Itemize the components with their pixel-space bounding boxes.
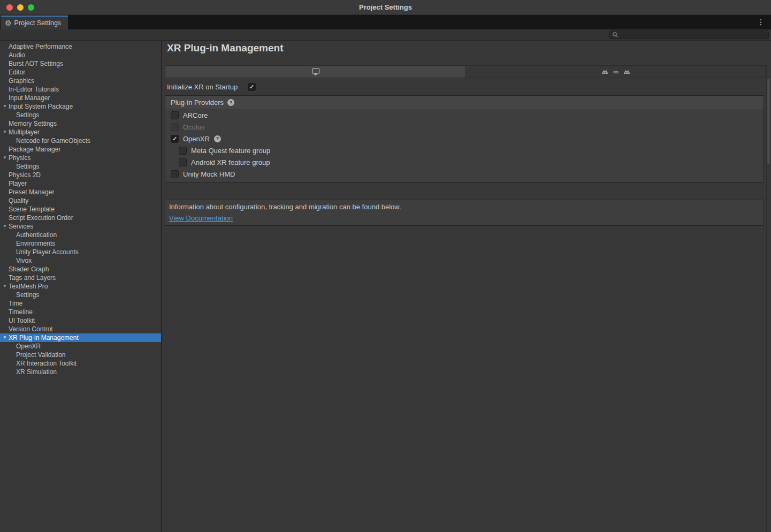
sidebar-item-input-system-package[interactable]: ▼Input System Package [0, 102, 161, 111]
help-icon[interactable]: ? [227, 99, 234, 106]
sidebar-item-multiplayer[interactable]: ▼Multiplayer [0, 128, 161, 136]
provider-checkbox[interactable] [179, 158, 187, 166]
plugin-providers-label: Plug-in Providers [171, 98, 224, 107]
foldout-triangle-icon[interactable]: ▼ [2, 154, 8, 162]
sidebar-item-shader-graph[interactable]: Shader Graph [0, 265, 161, 273]
provider-row-meta-quest-feature-group: Meta Quest feature group [165, 145, 764, 156]
initialize-xr-checkbox[interactable]: ✓ [248, 83, 256, 91]
initialize-xr-label: Initialize XR on Startup [167, 83, 248, 91]
sidebar-item-label: XR Simulation [16, 368, 57, 376]
help-icon[interactable]: ? [214, 135, 221, 142]
provider-label: OpenXR [183, 135, 210, 143]
sidebar-item-environments[interactable]: Environments [0, 239, 161, 248]
sidebar-item-in-editor-tutorials[interactable]: In-Editor Tutorials [0, 85, 161, 94]
settings-sidebar: Adaptive PerformanceAudioBurst AOT Setti… [0, 41, 162, 532]
foldout-triangle-icon[interactable]: ▼ [2, 333, 8, 342]
sidebar-item-openxr[interactable]: OpenXR [0, 342, 161, 351]
sidebar-item-label: Quality [9, 196, 28, 205]
sidebar-item-services[interactable]: ▼Services [0, 222, 161, 231]
provider-checkbox[interactable] [171, 170, 179, 178]
view-documentation-link[interactable]: View Documentation [169, 214, 233, 222]
sidebar-item-label: Settings [16, 291, 39, 299]
sidebar-item-authentication[interactable]: Authentication [0, 231, 161, 239]
sidebar-item-player[interactable]: Player [0, 179, 161, 188]
scrollbar-thumb[interactable] [767, 79, 770, 164]
provider-checkbox[interactable]: ✓ [171, 135, 179, 143]
provider-row-arcore: ARCore [165, 109, 764, 121]
sidebar-item-label: Burst AOT Settings [9, 59, 63, 68]
sidebar-item-ui-toolkit[interactable]: UI Toolkit [0, 316, 161, 325]
sidebar-item-xr-interaction-toolkit[interactable]: XR Interaction Toolkit [0, 359, 161, 368]
sidebar-item-tags-and-layers[interactable]: Tags and Layers [0, 273, 161, 282]
sidebar-item-label: Preset Manager [9, 188, 54, 196]
sidebar-item-memory-settings[interactable]: Memory Settings [0, 119, 161, 128]
sidebar-item-scene-template[interactable]: Scene Template [0, 205, 161, 214]
plugin-providers-header: Plug-in Providers ? [165, 96, 764, 109]
sidebar-item-label: Timeline [9, 308, 33, 316]
foldout-triangle-icon[interactable]: ▼ [2, 282, 8, 291]
provider-label: Meta Quest feature group [191, 147, 270, 155]
platform-tab-desktop[interactable] [165, 66, 465, 78]
sidebar-item-script-execution-order[interactable]: Script Execution Order [0, 214, 161, 222]
sidebar-item-label: Adaptive Performance [9, 42, 72, 51]
sidebar-item-label: Multiplayer [9, 128, 40, 136]
sidebar-item-package-manager[interactable]: Package Manager [0, 145, 161, 154]
sidebar-item-label: UI Toolkit [9, 316, 35, 325]
sidebar-item-adaptive-performance[interactable]: Adaptive Performance [0, 42, 161, 51]
sidebar-item-xr-simulation[interactable]: XR Simulation [0, 368, 161, 376]
sidebar-item-burst-aot-settings[interactable]: Burst AOT Settings [0, 59, 161, 68]
kebab-menu-icon[interactable]: ⋮ [757, 17, 765, 27]
sidebar-item-label: Scene Template [9, 205, 55, 214]
search-input[interactable] [619, 32, 766, 38]
sidebar-item-label: Services [9, 222, 33, 231]
sidebar-item-label: OpenXR [16, 342, 41, 351]
sidebar-item-textmesh-pro[interactable]: ▼TextMesh Pro [0, 282, 161, 291]
sidebar-item-input-manager[interactable]: Input Manager [0, 94, 161, 102]
sidebar-item-settings[interactable]: Settings [0, 162, 161, 171]
sidebar-item-label: Vivox [16, 256, 32, 265]
documentation-info-box: Information about configuration, trackin… [165, 200, 764, 226]
sidebar-item-timeline[interactable]: Timeline [0, 308, 161, 316]
sidebar-item-physics[interactable]: ▼Physics [0, 154, 161, 162]
sidebar-item-editor[interactable]: Editor [0, 68, 161, 77]
main-panel: XR Plug-in Management ∞ Initialize XR on… [162, 41, 771, 532]
sidebar-item-settings[interactable]: Settings [0, 111, 161, 119]
foldout-triangle-icon[interactable]: ▼ [2, 128, 8, 136]
sidebar-item-preset-manager[interactable]: Preset Manager [0, 188, 161, 196]
tab-project-settings[interactable]: ⚙ Project Settings [1, 16, 68, 29]
sidebar-item-vivox[interactable]: Vivox [0, 256, 161, 265]
provider-row-oculus: Oculus [165, 121, 764, 133]
sidebar-item-label: Player [9, 179, 27, 188]
platform-tab-android[interactable]: ∞ [465, 66, 766, 78]
search-box[interactable] [609, 31, 769, 39]
sidebar-item-unity-player-accounts[interactable]: Unity Player Accounts [0, 248, 161, 256]
sidebar-item-project-validation[interactable]: Project Validation [0, 351, 161, 359]
provider-row-openxr: ✓OpenXR? [165, 133, 764, 145]
provider-label: Oculus [183, 123, 204, 131]
page-title: XR Plug-in Management [167, 42, 283, 54]
sidebar-item-settings[interactable]: Settings [0, 291, 161, 299]
sidebar-item-label: In-Editor Tutorials [9, 85, 59, 94]
sidebar-item-label: Input System Package [9, 102, 73, 111]
sidebar-item-physics-2d[interactable]: Physics 2D [0, 171, 161, 179]
provider-checkbox[interactable] [179, 147, 187, 155]
provider-row-android-xr-feature-group: Android XR feature group [165, 156, 764, 168]
sidebar-item-audio[interactable]: Audio [0, 51, 161, 59]
sidebar-item-graphics[interactable]: Graphics [0, 77, 161, 85]
info-text: Information about configuration, trackin… [169, 203, 760, 211]
provider-label: Android XR feature group [191, 158, 270, 166]
sidebar-item-quality[interactable]: Quality [0, 196, 161, 205]
sidebar-item-label: Environments [16, 239, 55, 248]
sidebar-item-netcode-for-gameobjects[interactable]: Netcode for GameObjects [0, 136, 161, 145]
provider-checkbox[interactable] [171, 111, 179, 119]
plugin-providers-box: Plug-in Providers ? ARCoreOculus✓OpenXR?… [165, 95, 764, 183]
sidebar-item-label: Settings [16, 111, 39, 119]
sidebar-item-label: Audio [9, 51, 25, 59]
sidebar-item-xr-plug-in-management[interactable]: ▼XR Plug-in Management [0, 333, 161, 342]
provider-row-unity-mock-hmd: Unity Mock HMD [165, 168, 764, 180]
sidebar-item-version-control[interactable]: Version Control [0, 325, 161, 333]
sidebar-item-time[interactable]: Time [0, 299, 161, 308]
foldout-triangle-icon[interactable]: ▼ [2, 102, 8, 111]
tab-label: Project Settings [14, 19, 62, 27]
foldout-triangle-icon[interactable]: ▼ [2, 222, 8, 231]
